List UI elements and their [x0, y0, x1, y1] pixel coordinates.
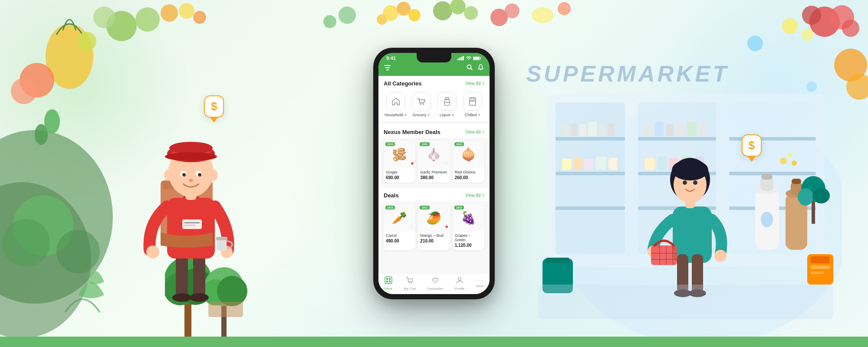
bottom-green-bar — [0, 337, 868, 347]
svg-point-21 — [782, 18, 798, 34]
svg-point-66 — [189, 179, 193, 182]
mango-name: Mango – Bud — [420, 233, 447, 238]
grapes-heart[interactable]: ♡ — [478, 224, 483, 230]
nav-more[interactable]: ··· More — [476, 276, 484, 291]
garlic-price: 380.00 — [420, 175, 447, 180]
svg-rect-104 — [608, 158, 617, 170]
svg-rect-161 — [459, 58, 460, 60]
svg-rect-105 — [644, 124, 652, 136]
product-mango[interactable]: 🥭 1KG ♥ Mango – Bud 210.00 — [418, 204, 450, 250]
svg-point-31 — [433, 1, 452, 20]
svg-point-169 — [422, 104, 424, 105]
svg-rect-109 — [687, 122, 697, 136]
svg-rect-145 — [546, 258, 569, 263]
nav-cart[interactable]: My Cart — [404, 276, 416, 291]
carrot-badge: 1KG — [385, 206, 395, 210]
red-onions-emoji: 🧅 — [461, 147, 476, 162]
product-carrot[interactable]: 🥕 1KG ♡ Carrot 490.00 — [384, 204, 415, 250]
nav-store[interactable]: Store — [384, 276, 392, 291]
svg-point-65 — [198, 173, 201, 177]
svg-rect-97 — [588, 122, 597, 136]
svg-point-39 — [323, 15, 336, 28]
category-chilled[interactable]: Chilled > — [460, 92, 484, 117]
svg-rect-112 — [657, 157, 667, 170]
red-onions-heart[interactable]: ♡ — [478, 160, 483, 167]
phone-screen: 9:41 — [378, 53, 490, 294]
deals-view-all[interactable]: View All > — [466, 193, 484, 198]
svg-rect-107 — [666, 124, 674, 136]
mango-emoji: 🥭 — [426, 211, 441, 225]
categories-view-all[interactable]: View All > — [466, 81, 484, 86]
svg-point-33 — [464, 6, 478, 20]
dollar-bubble-left: $ — [204, 95, 224, 118]
svg-point-7 — [11, 78, 37, 104]
profile-nav-icon — [456, 276, 464, 286]
svg-rect-177 — [389, 278, 391, 280]
svg-point-68 — [209, 170, 218, 181]
battery-icon — [473, 56, 482, 60]
svg-point-182 — [458, 278, 461, 281]
categories-header: All Categories View All > — [378, 76, 490, 89]
chilled-icon-box — [463, 92, 482, 111]
grapes-name: Grapes – Green — [455, 233, 482, 242]
garlic-heart[interactable]: ♡ — [444, 160, 448, 167]
bell-icon[interactable] — [478, 64, 483, 72]
mango-heart[interactable]: ♥ — [445, 224, 448, 230]
svg-point-151 — [780, 157, 787, 164]
product-ginger[interactable]: 🫚 1KG ♥ Ginger 690.00 — [384, 141, 415, 183]
svg-point-35 — [505, 3, 519, 18]
nexus-deals-grid: 🫚 1KG ♥ Ginger 690.00 🧄 1KG — [378, 138, 490, 185]
product-garlic[interactable]: 🧄 1KG ♡ Garlic Premium 380.00 — [418, 141, 450, 183]
svg-rect-175 — [385, 277, 392, 284]
svg-point-158 — [798, 188, 813, 206]
search-icon[interactable] — [467, 64, 473, 72]
household-icon-box — [386, 92, 405, 111]
wifi-icon — [466, 56, 472, 60]
svg-point-20 — [842, 20, 859, 37]
mango-info: Mango – Bud 210.00 — [418, 232, 450, 246]
ginger-info: Ginger 690.00 — [384, 168, 415, 183]
filter-icon[interactable] — [385, 65, 391, 72]
svg-rect-99 — [608, 123, 615, 136]
svg-rect-150 — [538, 285, 833, 319]
svg-rect-124 — [792, 179, 801, 184]
svg-rect-85 — [556, 206, 625, 210]
ginger-name: Ginger — [386, 170, 413, 174]
phone-outer-frame: 9:41 — [373, 48, 495, 299]
svg-rect-108 — [676, 123, 685, 136]
deals-header: Deals View All > — [378, 188, 490, 201]
svg-point-119 — [761, 212, 773, 227]
svg-rect-101 — [574, 158, 582, 170]
svg-point-28 — [397, 2, 411, 16]
grapes-info: Grapes – Green 1,120.00 — [453, 232, 484, 250]
categories-title: All Categories — [384, 80, 421, 87]
carrot-info: Carrot 490.00 — [384, 232, 415, 246]
ginger-heart[interactable]: ♥ — [411, 160, 414, 167]
category-household[interactable]: Household > — [384, 92, 408, 117]
product-grapes[interactable]: 🍇 1KG ♡ Grapes – Green 1,120.00 — [453, 204, 484, 250]
svg-rect-165 — [473, 57, 479, 59]
nexus-deals-view-all[interactable]: View All > — [466, 130, 484, 134]
svg-rect-148 — [811, 265, 830, 269]
svg-rect-87 — [638, 137, 716, 141]
deals-title: Deals — [384, 192, 399, 199]
more-nav-label: More — [476, 284, 484, 288]
product-red-onions[interactable]: 🧅 1KG ♡ Red Onions 260.00 — [453, 141, 484, 183]
red-onions-badge: 1KG — [454, 142, 464, 146]
grapes-emoji: 🍇 — [461, 211, 476, 225]
svg-rect-98 — [599, 124, 606, 136]
nav-favourites[interactable]: Favourites — [427, 276, 443, 291]
nav-profile[interactable]: Profile — [455, 276, 465, 291]
category-liquor[interactable]: Liquor > — [435, 92, 459, 117]
ginger-price: 690.00 — [386, 175, 413, 180]
svg-rect-94 — [562, 124, 569, 136]
red-onions-price: 260.00 — [455, 175, 482, 180]
category-grocery[interactable]: Grocery > — [409, 92, 433, 117]
svg-point-60 — [169, 142, 213, 154]
carrot-heart[interactable]: ♡ — [409, 224, 414, 230]
garlic-badge: 1KG — [420, 142, 429, 146]
app-header — [378, 62, 490, 76]
svg-point-38 — [339, 7, 356, 24]
svg-rect-172 — [470, 98, 476, 105]
header-left-icons — [385, 65, 391, 72]
